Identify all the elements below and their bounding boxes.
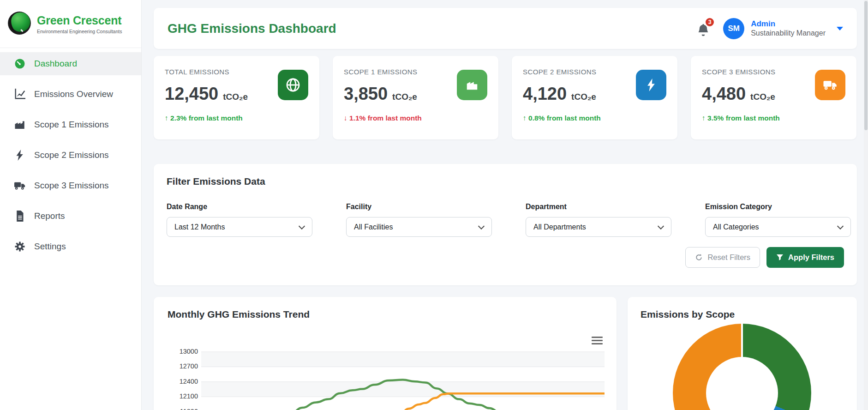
sidebar-nav: Dashboard Emissions Overview Scope 1 Emi…	[0, 48, 141, 258]
sidebar-item-label: Reports	[34, 211, 65, 221]
emission-category-label: Emission Category	[705, 203, 851, 211]
chevron-down-icon	[837, 27, 843, 30]
stat-trend-text: 1.1% from last month	[349, 114, 422, 122]
reset-filters-label: Reset Filters	[707, 253, 750, 262]
sidebar-item-label: Emissions Overview	[34, 89, 113, 99]
date-range-value: Last 12 Months	[174, 223, 225, 231]
avatar: SM	[723, 18, 744, 39]
scope-chart-title: Emissions by Scope	[641, 309, 844, 320]
facility-select[interactable]: All Facilities	[346, 217, 492, 237]
stat-unit: tCO₂e	[750, 92, 775, 102]
sidebar-item-dashboard[interactable]: Dashboard	[0, 52, 141, 75]
department-value: All Departments	[533, 223, 586, 231]
apply-filters-button[interactable]: Apply Filters	[766, 247, 844, 268]
globe-icon	[278, 70, 308, 100]
user-menu[interactable]: SM Admin Sustainability Manager	[723, 18, 843, 39]
chevron-down-icon	[299, 223, 305, 229]
trend-down-arrow-icon: ↓	[344, 114, 347, 122]
speedometer-icon	[14, 58, 26, 69]
stat-unit: tCO₂e	[571, 92, 596, 102]
notifications-button[interactable]: 3	[695, 21, 711, 36]
stat-unit: tCO₂e	[223, 92, 248, 102]
stat-card-total: TOTAL EMISSIONS 12,450 tCO₂e ↑ 2.3% from…	[154, 56, 319, 139]
sidebar-item-settings[interactable]: Settings	[0, 235, 141, 258]
factory-icon	[14, 119, 26, 130]
stat-value: 3,850	[344, 84, 388, 104]
trend-up-arrow-icon: ↑	[702, 114, 706, 122]
sidebar-item-label: Dashboard	[34, 59, 77, 69]
filter-panel: Filter Emissions Data Date Range Last 12…	[154, 164, 857, 285]
chevron-down-icon	[478, 223, 485, 229]
user-name: Admin	[751, 19, 826, 29]
sidebar-item-emissions-overview[interactable]: Emissions Overview	[0, 83, 141, 106]
facility-value: All Facilities	[354, 223, 393, 231]
notification-badge: 3	[705, 17, 715, 27]
scope-chart-card: Emissions by Scope Total	[628, 297, 857, 410]
chevron-down-icon	[837, 223, 844, 229]
sidebar: Green Crescent Environmental Engineering…	[0, 0, 142, 410]
emission-category-value: All Categories	[713, 223, 759, 231]
truck-icon	[815, 70, 845, 100]
department-select[interactable]: All Departments	[526, 217, 671, 237]
trend-up-arrow-icon: ↑	[523, 114, 527, 122]
stat-trend-text: 2.3% from last month	[170, 114, 243, 122]
department-label: Department	[526, 203, 671, 211]
stat-trend-text: 0.8% from last month	[528, 114, 601, 122]
logo-sphere-icon	[7, 11, 31, 37]
logo-subtitle: Environmental Engineering Consultants	[37, 29, 122, 34]
facility-label: Facility	[346, 203, 492, 211]
sidebar-item-label: Scope 2 Emissions	[34, 150, 109, 160]
scrollbar[interactable]	[864, 0, 868, 410]
refresh-icon	[695, 253, 703, 261]
scrollbar-thumb[interactable]	[864, 1, 868, 130]
page-title: GHG Emissions Dashboard	[168, 21, 336, 36]
lightning-icon	[14, 150, 26, 161]
sidebar-item-label: Settings	[34, 241, 66, 252]
trend-chart-card: Monthly GHG Emissions Trend 130001270012…	[154, 297, 617, 410]
stat-card-scope3: SCOPE 3 EMISSIONS 4,480 tCO₂e ↑ 3.5% fro…	[691, 56, 856, 139]
header: GHG Emissions Dashboard 3 SM Admin Susta…	[154, 8, 857, 49]
stat-value: 4,480	[702, 84, 746, 104]
stat-value: 4,120	[523, 84, 567, 104]
main-content: GHG Emissions Dashboard 3 SM Admin Susta…	[142, 0, 868, 410]
apply-filters-label: Apply Filters	[788, 253, 834, 262]
trend-up-arrow-icon: ↑	[165, 114, 168, 122]
user-role: Sustainability Manager	[751, 29, 826, 38]
reset-filters-button[interactable]: Reset Filters	[685, 247, 760, 268]
chevron-down-icon	[658, 223, 664, 229]
truck-icon	[14, 180, 26, 191]
lightning-icon	[636, 70, 666, 100]
gear-icon	[14, 241, 26, 252]
donut-slice-gap	[741, 324, 743, 358]
scope-donut-chart: Total	[673, 324, 811, 410]
file-text-icon	[14, 211, 26, 222]
filter-title: Filter Emissions Data	[167, 176, 844, 187]
stat-card-scope2: SCOPE 2 EMISSIONS 4,120 tCO₂e ↑ 0.8% fro…	[512, 56, 677, 139]
stat-trend-text: 3.5% from last month	[707, 114, 780, 122]
sidebar-item-scope-2[interactable]: Scope 2 Emissions	[0, 144, 141, 167]
trend-chart-title: Monthly GHG Emissions Trend	[168, 309, 603, 320]
date-range-label: Date Range	[167, 203, 312, 211]
sidebar-item-label: Scope 1 Emissions	[34, 120, 109, 130]
emission-category-select[interactable]: All Categories	[705, 217, 851, 237]
funnel-icon	[776, 254, 784, 261]
stat-unit: tCO₂e	[392, 92, 417, 102]
graph-line-icon	[14, 89, 26, 100]
logo: Green Crescent Environmental Engineering…	[0, 0, 141, 48]
sidebar-item-scope-1[interactable]: Scope 1 Emissions	[0, 113, 141, 136]
factory-icon	[457, 70, 487, 100]
sidebar-item-scope-3[interactable]: Scope 3 Emissions	[0, 174, 141, 197]
trend-chart	[201, 349, 605, 410]
logo-title: Green Crescent	[37, 14, 122, 27]
chart-menu-icon[interactable]	[592, 337, 603, 346]
stat-value: 12,450	[165, 84, 218, 104]
sidebar-item-label: Scope 3 Emissions	[34, 181, 109, 191]
sidebar-item-reports[interactable]: Reports	[0, 205, 141, 228]
stat-card-scope1: SCOPE 1 EMISSIONS 3,850 tCO₂e ↓ 1.1% fro…	[333, 56, 498, 139]
date-range-select[interactable]: Last 12 Months	[167, 217, 312, 237]
